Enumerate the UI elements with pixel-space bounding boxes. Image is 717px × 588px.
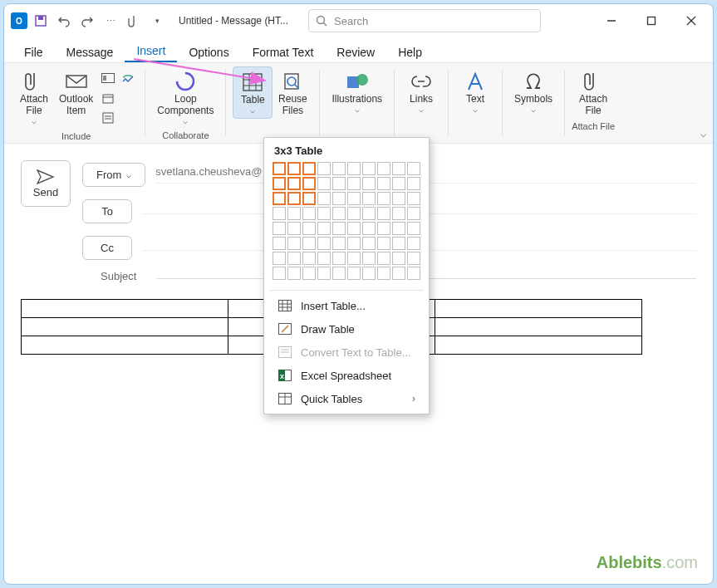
- grid-cell[interactable]: [407, 222, 420, 235]
- minimize-button[interactable]: [597, 9, 626, 32]
- grid-cell[interactable]: [287, 162, 301, 175]
- grid-cell[interactable]: [377, 177, 390, 190]
- qat-chevron-icon[interactable]: ▾: [147, 11, 167, 31]
- grid-cell[interactable]: [347, 192, 361, 205]
- grid-cell[interactable]: [392, 192, 405, 205]
- tab-message[interactable]: Message: [55, 42, 125, 62]
- grid-cell[interactable]: [302, 192, 316, 205]
- tab-help[interactable]: Help: [386, 42, 434, 62]
- grid-cell[interactable]: [362, 267, 376, 280]
- grid-cell[interactable]: [273, 252, 286, 265]
- table-grid-picker[interactable]: [269, 162, 424, 287]
- text-button[interactable]: Text ⌵: [455, 66, 495, 117]
- grid-cell[interactable]: [287, 222, 301, 235]
- grid-cell[interactable]: [347, 267, 361, 280]
- grid-cell[interactable]: [362, 192, 376, 205]
- grid-cell[interactable]: [362, 252, 376, 265]
- grid-cell[interactable]: [332, 162, 346, 175]
- grid-cell[interactable]: [377, 267, 390, 280]
- attach-file-button[interactable]: Attach File ⌵: [14, 66, 54, 129]
- grid-cell[interactable]: [302, 252, 316, 265]
- excel-spreadsheet-item[interactable]: x Excel Spreadsheet: [269, 364, 424, 387]
- grid-cell[interactable]: [287, 237, 301, 250]
- grid-cell[interactable]: [392, 252, 405, 265]
- more-icon[interactable]: ⋯: [101, 11, 120, 31]
- tab-insert[interactable]: Insert: [125, 41, 177, 62]
- grid-cell[interactable]: [377, 162, 390, 175]
- grid-cell[interactable]: [332, 222, 346, 235]
- maximize-button[interactable]: [636, 9, 666, 32]
- grid-cell[interactable]: [317, 177, 331, 190]
- quick-tables-item[interactable]: Quick Tables ›: [269, 387, 424, 410]
- grid-cell[interactable]: [407, 267, 420, 280]
- grid-cell[interactable]: [317, 192, 331, 205]
- grid-cell[interactable]: [273, 177, 286, 190]
- grid-cell[interactable]: [392, 237, 405, 250]
- tab-file[interactable]: File: [12, 42, 55, 62]
- grid-cell[interactable]: [377, 222, 390, 235]
- illustrations-button[interactable]: Illustrations ⌵: [327, 66, 387, 117]
- grid-cell[interactable]: [302, 222, 316, 235]
- send-button[interactable]: Send: [21, 160, 71, 207]
- grid-cell[interactable]: [287, 267, 301, 280]
- grid-cell[interactable]: [273, 267, 286, 280]
- link-small-icon[interactable]: [120, 70, 136, 86]
- grid-cell[interactable]: [407, 192, 420, 205]
- grid-cell[interactable]: [317, 222, 331, 235]
- grid-cell[interactable]: [407, 177, 420, 190]
- tab-options[interactable]: Options: [177, 42, 240, 62]
- grid-cell[interactable]: [317, 207, 331, 220]
- grid-cell[interactable]: [347, 252, 361, 265]
- attach-qat-icon[interactable]: [124, 11, 144, 31]
- grid-cell[interactable]: [273, 192, 286, 205]
- grid-cell[interactable]: [273, 237, 286, 250]
- to-button[interactable]: To: [82, 199, 132, 223]
- grid-cell[interactable]: [332, 207, 346, 220]
- grid-cell[interactable]: [287, 192, 301, 205]
- symbols-button[interactable]: Symbols ⌵: [509, 66, 557, 117]
- grid-cell[interactable]: [407, 207, 420, 220]
- insert-table-item[interactable]: Insert Table...: [269, 294, 424, 317]
- links-button[interactable]: Links ⌵: [401, 66, 441, 117]
- grid-cell[interactable]: [407, 162, 420, 175]
- cc-button[interactable]: Cc: [82, 236, 132, 260]
- grid-cell[interactable]: [332, 177, 346, 190]
- grid-cell[interactable]: [317, 237, 331, 250]
- grid-cell[interactable]: [407, 237, 420, 250]
- grid-cell[interactable]: [392, 162, 405, 175]
- grid-cell[interactable]: [302, 267, 316, 280]
- grid-cell[interactable]: [287, 207, 301, 220]
- grid-cell[interactable]: [332, 192, 346, 205]
- close-button[interactable]: [676, 9, 706, 32]
- grid-cell[interactable]: [332, 267, 346, 280]
- grid-cell[interactable]: [317, 162, 331, 175]
- grid-cell[interactable]: [362, 207, 376, 220]
- grid-cell[interactable]: [377, 237, 390, 250]
- grid-cell[interactable]: [377, 192, 390, 205]
- attach-file-adobe-button[interactable]: Attach File: [573, 66, 613, 120]
- grid-cell[interactable]: [332, 252, 346, 265]
- tab-review[interactable]: Review: [325, 42, 386, 62]
- signature-icon[interactable]: [100, 110, 116, 126]
- grid-cell[interactable]: [392, 207, 405, 220]
- table-button[interactable]: Table ⌵: [233, 66, 273, 119]
- grid-cell[interactable]: [347, 222, 361, 235]
- grid-cell[interactable]: [377, 252, 390, 265]
- grid-cell[interactable]: [302, 237, 316, 250]
- grid-cell[interactable]: [317, 267, 331, 280]
- from-button[interactable]: From⌵: [82, 163, 145, 187]
- grid-cell[interactable]: [362, 222, 376, 235]
- grid-cell[interactable]: [332, 237, 346, 250]
- grid-cell[interactable]: [273, 222, 286, 235]
- search-input[interactable]: Search: [308, 9, 541, 32]
- grid-cell[interactable]: [407, 252, 420, 265]
- tab-format-text[interactable]: Format Text: [241, 42, 326, 62]
- business-card-icon[interactable]: [100, 70, 116, 86]
- grid-cell[interactable]: [362, 177, 376, 190]
- grid-cell[interactable]: [392, 267, 405, 280]
- grid-cell[interactable]: [347, 207, 361, 220]
- grid-cell[interactable]: [302, 162, 316, 175]
- draw-table-item[interactable]: Draw Table: [269, 317, 424, 341]
- grid-cell[interactable]: [362, 237, 376, 250]
- outlook-item-button[interactable]: Outlook Item: [54, 66, 98, 120]
